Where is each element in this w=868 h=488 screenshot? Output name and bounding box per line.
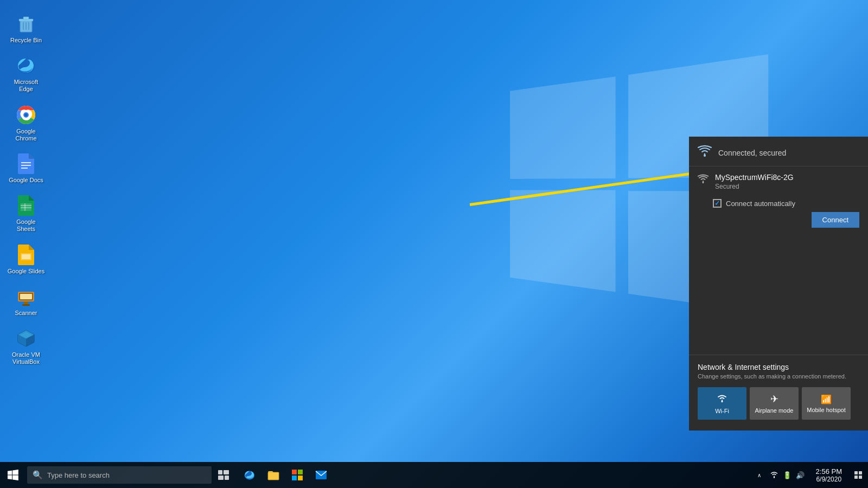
taskbar-search-icon: 🔍 [33,470,43,480]
svg-rect-46 [854,471,858,474]
airplane-tile-icon: ✈ [770,393,778,405]
wifi-tile-icon [716,393,728,406]
tray-icons-group[interactable]: 🔋 🔊 [765,471,809,480]
airplane-tile-label: Airplane mode [755,407,794,414]
docs-label: Google Docs [9,177,43,184]
wifi-quick-tile[interactable]: Wi-Fi [698,387,746,420]
svg-point-30 [704,155,706,157]
taskbar-search[interactable]: 🔍 Type here to search [27,466,212,484]
svg-point-10 [24,113,28,117]
taskbar-pinned-apps [238,462,333,488]
edge-label: Microsoft Edge [7,79,46,93]
wifi-connect-button[interactable]: Connect [812,212,859,228]
svg-point-45 [773,477,774,478]
google-chrome-icon[interactable]: Google Chrome [4,102,48,144]
svg-rect-44 [316,471,327,479]
wifi-connected-icon [698,145,712,160]
clock-date: 6/9/2020 [816,476,841,483]
task-view-button[interactable] [212,462,235,488]
wifi-signal-icon [698,174,709,187]
connected-secured-label: Connected, secured [718,149,786,157]
quick-actions: Wi-Fi ✈ Airplane mode 📶 Mobile hotspot [698,387,859,425]
svg-rect-36 [225,476,229,480]
virtualbox-label: Oracle VM VirtualBox [7,351,46,365]
network-internet-settings: Network & Internet settings Change setti… [689,355,868,431]
network-tray-icon[interactable] [768,471,780,480]
svg-rect-49 [859,476,862,479]
wifi-secured-label: Secured [715,183,859,190]
recycle-bin-icon[interactable]: Recycle Bin [4,11,48,46]
svg-rect-19 [22,254,30,259]
connect-auto-row: ✓ Connect automatically [689,197,868,212]
start-button[interactable] [0,462,26,488]
virtualbox-image [15,328,37,349]
checkmark-icon: ✓ [714,200,720,207]
taskbar-search-placeholder: Type here to search [47,471,110,479]
taskbar-mail[interactable] [309,462,333,488]
tray-expand-icon: ∧ [757,472,761,478]
volume-tray-icon[interactable]: 🔊 [794,471,806,479]
svg-rect-43 [298,476,303,480]
taskbar: 🔍 Type here to search [0,462,868,488]
sheets-label: Google Sheets [7,219,46,233]
svg-rect-35 [218,476,224,480]
tray-expand-button[interactable]: ∧ [754,462,765,488]
svg-rect-40 [292,470,297,474]
wifi-network-item[interactable]: MySpectrumWiFi8c-2G Secured [689,166,868,197]
svg-rect-12 [21,165,31,166]
microsoft-edge-icon[interactable]: Microsoft Edge [4,53,48,95]
taskbar-store[interactable] [285,462,309,488]
virtualbox-icon[interactable]: Oracle VM VirtualBox [4,325,48,368]
scanner-label: Scanner [15,310,37,317]
battery-tray-icon: 🔋 [781,471,793,479]
edge-image [15,55,37,76]
chrome-label: Google Chrome [7,128,46,142]
svg-point-32 [722,401,723,402]
svg-rect-24 [22,304,30,306]
connect-auto-checkbox[interactable]: ✓ [713,199,722,208]
connect-auto-label: Connect automatically [726,200,795,208]
docs-image [15,153,37,175]
clock-time: 2:56 PM [816,467,842,476]
recycle-bin-label: Recycle Bin [10,37,42,44]
clock[interactable]: 2:56 PM 6/9/2020 [809,462,848,488]
svg-rect-42 [292,476,297,480]
scanner-icon[interactable]: Scanner [4,284,48,319]
scanner-image [15,286,37,307]
svg-rect-14 [21,203,31,211]
airplane-quick-tile[interactable]: ✈ Airplane mode [750,387,799,420]
google-slides-icon[interactable]: Google Slides [4,242,48,277]
desktop: Recycle Bin Microsoft Edge [0,0,868,488]
wifi-panel: Connected, secured MySpectrumWiFi8c-2G S… [689,137,868,431]
network-settings-desc: Change settings, such as making a connec… [698,373,859,380]
google-docs-icon[interactable]: Google Docs [4,151,48,186]
sheets-image [15,195,37,216]
svg-rect-41 [298,470,303,474]
svg-rect-22 [20,294,32,299]
system-tray: ∧ 🔋 🔊 2:56 PM 6/9/2020 [754,462,868,488]
svg-rect-2 [23,17,29,20]
hotspot-quick-tile[interactable]: 📶 Mobile hotspot [802,387,851,420]
wifi-tile-label: Wi-Fi [715,408,729,414]
hotspot-tile-icon: 📶 [821,394,832,404]
svg-rect-34 [224,470,229,474]
svg-rect-13 [21,168,28,169]
svg-rect-48 [854,476,858,479]
wifi-network-details: MySpectrumWiFi8c-2G Secured [715,173,859,190]
svg-rect-38 [268,472,279,480]
svg-rect-47 [859,471,862,474]
wifi-panel-header: Connected, secured [689,137,868,166]
connect-button-row: Connect [689,212,868,235]
taskbar-file-explorer[interactable] [261,462,285,488]
taskbar-edge[interactable] [238,462,261,488]
svg-rect-11 [21,162,31,163]
network-settings-title[interactable]: Network & Internet settings [698,363,859,371]
slides-image [15,244,37,266]
hotspot-tile-label: Mobile hotspot [807,407,846,413]
wifi-network-name: MySpectrumWiFi8c-2G [715,173,859,182]
notification-button[interactable] [848,462,868,488]
svg-rect-33 [218,470,222,474]
wifi-panel-spacer [689,235,868,355]
desktop-icons: Recycle Bin Microsoft Edge [0,5,52,373]
google-sheets-icon[interactable]: Google Sheets [4,192,48,235]
